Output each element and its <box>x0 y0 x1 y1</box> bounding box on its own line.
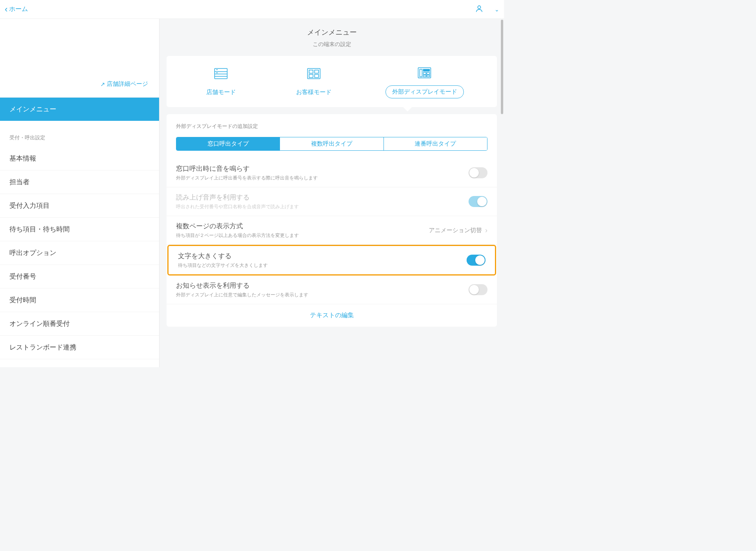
sidebar-item-staff[interactable]: 担当者 <box>0 170 159 194</box>
setting-desc: 呼出された受付番号や窓口名称を合成音声で読み上げます <box>176 203 469 210</box>
setting-value: アニメーション切替 <box>429 227 482 234</box>
top-bar: ‹ ホーム ⌄ <box>0 0 504 19</box>
edit-text-link[interactable]: テキストの編集 <box>310 312 354 318</box>
main-content: メインメニュー この端末の設定 店舗モード お客様モード <box>159 19 504 367</box>
toggle-large-text[interactable] <box>467 255 485 266</box>
sidebar-header: ↗ 店舗詳細ページ <box>0 19 159 98</box>
call-type-segmented: 窓口呼出タイプ 複数呼出タイプ 連番呼出タイプ <box>176 137 487 151</box>
svg-rect-1 <box>215 68 227 79</box>
setting-title: 文字を大きくする <box>178 251 467 261</box>
mode-tab-customer[interactable]: お客様モード <box>290 68 338 98</box>
sidebar-item-wait-items[interactable]: 待ち項目・待ち時間 <box>0 218 159 241</box>
setting-title: 複数ページの表示方式 <box>176 222 429 231</box>
setting-title: お知らせ表示を利用する <box>176 281 469 290</box>
settings-card: 外部ディスプレイモードの追加設定 窓口呼出タイプ 複数呼出タイプ 連番呼出タイプ… <box>167 114 497 327</box>
toggle-tts <box>469 196 487 207</box>
segmented-serial-call[interactable]: 連番呼出タイプ <box>384 137 487 150</box>
setting-row-sound: 窓口呼出時に音を鳴らす 外部ディスプレイ上に呼出番号を表示する際に呼出音を鳴らし… <box>167 159 497 187</box>
page-subtitle: この端末の設定 <box>159 41 504 56</box>
sidebar-item-online-reception[interactable]: オンライン順番受付 <box>0 312 159 336</box>
sidebar-item-call-options[interactable]: 呼出オプション <box>0 241 159 265</box>
sidebar-section-label: 受付・呼出設定 <box>0 121 159 147</box>
page-title: メインメニュー <box>159 19 504 41</box>
svg-rect-9 <box>315 70 319 73</box>
setting-row-notice: お知らせ表示を利用する 外部ディスプレイ上に任意で編集したメッセージを表示します <box>167 276 497 304</box>
svg-rect-11 <box>315 74 319 78</box>
chevron-left-icon: ‹ <box>5 5 7 14</box>
external-display-mode-icon <box>417 67 432 80</box>
back-label: ホーム <box>9 5 28 13</box>
store-detail-link[interactable]: ↗ 店舗詳細ページ <box>100 80 148 88</box>
back-button[interactable]: ‹ ホーム <box>5 5 28 14</box>
setting-desc: 外部ディスプレイ上に呼出番号を表示する際に呼出音を鳴らします <box>176 175 469 181</box>
svg-rect-14 <box>423 69 430 71</box>
sidebar-item-basic-info[interactable]: 基本情報 <box>0 147 159 170</box>
sidebar-item-restaurant-board[interactable]: レストランボード連携 <box>0 336 159 359</box>
edit-text-row: テキストの編集 <box>167 304 497 320</box>
mode-indicator-arrow <box>403 103 412 112</box>
mode-tab-store[interactable]: 店舗モード <box>200 68 242 98</box>
customer-mode-icon <box>307 68 321 81</box>
svg-rect-10 <box>309 74 313 78</box>
svg-rect-15 <box>423 72 426 74</box>
segmented-counter-call[interactable]: 窓口呼出タイプ <box>176 137 280 150</box>
sidebar-item-reception-number[interactable]: 受付番号 <box>0 265 159 288</box>
svg-rect-13 <box>420 69 422 77</box>
chevron-down-icon[interactable]: ⌄ <box>495 6 499 13</box>
sidebar-item-reception-input[interactable]: 受付入力項目 <box>0 194 159 218</box>
setting-desc: 待ち項目が２ページ以上ある場合の表示方法を変更します <box>176 232 429 239</box>
scrollbar-thumb[interactable] <box>501 20 503 114</box>
svg-rect-17 <box>423 75 426 77</box>
sidebar-item-main-menu[interactable]: メインメニュー <box>0 98 159 121</box>
setting-desc: 待ち項目などの文字サイズを大きくします <box>178 262 467 269</box>
svg-rect-16 <box>427 72 430 74</box>
external-link-icon: ↗ <box>100 81 105 87</box>
settings-heading: 外部ディスプレイモードの追加設定 <box>167 123 497 137</box>
chevron-right-icon: › <box>485 226 487 235</box>
svg-rect-8 <box>309 70 313 73</box>
setting-row-tts: 読み上げ音声を利用する 呼出された受付番号や窓口名称を合成音声で読み上げます <box>167 187 497 216</box>
user-icon[interactable] <box>475 4 484 15</box>
svg-point-0 <box>478 6 480 8</box>
toggle-sound[interactable] <box>469 167 487 178</box>
mode-selector-card: 店舗モード お客様モード 外部ディスプレイモード <box>167 56 497 107</box>
mode-tab-external-display[interactable]: 外部ディスプレイモード <box>385 67 464 98</box>
setting-title: 窓口呼出時に音を鳴らす <box>176 164 469 173</box>
setting-desc: 外部ディスプレイ上に任意で編集したメッセージを表示します <box>176 292 469 298</box>
setting-row-pages[interactable]: 複数ページの表示方式 待ち項目が２ページ以上ある場合の表示方法を変更します アニ… <box>167 216 497 245</box>
sidebar-item-reception-time[interactable]: 受付時間 <box>0 288 159 312</box>
store-mode-icon <box>214 68 228 81</box>
toggle-notice[interactable] <box>469 284 487 295</box>
sidebar: ↗ 店舗詳細ページ メインメニュー 受付・呼出設定 基本情報 担当者 受付入力項… <box>0 19 159 367</box>
setting-title: 読み上げ音声を利用する <box>176 193 469 202</box>
setting-row-large-text: 文字を大きくする 待ち項目などの文字サイズを大きくします <box>167 245 496 276</box>
scrollbar[interactable] <box>501 19 503 367</box>
segmented-multi-call[interactable]: 複数呼出タイプ <box>280 137 384 150</box>
svg-rect-18 <box>427 75 430 77</box>
